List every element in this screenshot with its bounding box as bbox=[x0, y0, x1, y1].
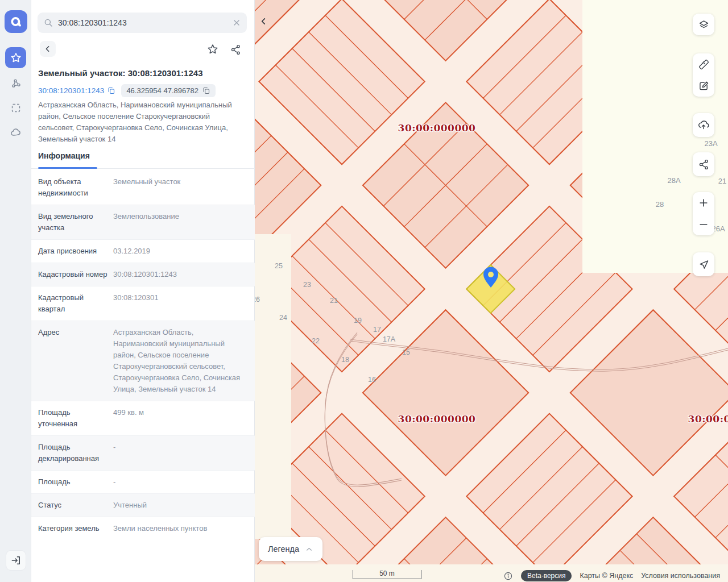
row-value: Землепользование bbox=[113, 211, 248, 234]
row-value: 30:08:120301:1243 bbox=[113, 269, 248, 280]
measure-button[interactable] bbox=[693, 53, 714, 75]
share-icon bbox=[698, 159, 710, 171]
row-label: Площадь уточненная bbox=[38, 407, 113, 430]
app-window: Земельный участок: 30:08:120301:1243 30:… bbox=[0, 0, 728, 582]
info-table: Вид объекта недвижимости Земельный участ… bbox=[31, 171, 255, 540]
scale-text: 50 m bbox=[379, 569, 395, 577]
page-title: Земельный участок: 30:08:120301:1243 bbox=[38, 68, 249, 78]
locate-button[interactable] bbox=[693, 252, 714, 276]
row-value: Учтенный bbox=[113, 500, 248, 511]
plus-icon bbox=[698, 197, 709, 209]
row-value: 03.12.2019 bbox=[113, 246, 248, 257]
navigate-arrow-icon bbox=[698, 259, 710, 271]
tab-bar: Информация bbox=[31, 149, 255, 169]
layers-control bbox=[693, 14, 714, 35]
tab-information[interactable]: Информация bbox=[38, 151, 90, 167]
logo-a-icon bbox=[9, 14, 23, 29]
table-row: Кадастровый квартал 30:08:120301 bbox=[31, 286, 255, 321]
object-info-panel: Земельный участок: 30:08:120301:1243 30:… bbox=[31, 0, 255, 582]
search-icon bbox=[43, 18, 53, 28]
locate-control bbox=[693, 252, 714, 276]
row-label: Дата присвоения bbox=[38, 246, 113, 257]
cloud-icon bbox=[10, 126, 22, 139]
share-control bbox=[693, 152, 714, 176]
table-row: Кадастровый номер 30:08:120301:1243 bbox=[31, 263, 255, 286]
table-row: Площадь уточненная 499 кв. м bbox=[31, 401, 255, 435]
row-label: Площадь bbox=[38, 476, 113, 488]
row-value: 30:08:120301 bbox=[113, 292, 248, 315]
layers-button[interactable] bbox=[693, 14, 714, 35]
row-label: Вид земельного участка bbox=[38, 211, 113, 234]
cadastral-number-link[interactable]: 30:08:120301:1243 bbox=[38, 86, 115, 95]
table-row: Площадь - bbox=[31, 470, 255, 493]
map-scale-bar: 50 m bbox=[353, 570, 421, 579]
sidebar-item-select-area[interactable] bbox=[5, 97, 26, 118]
edit-button[interactable] bbox=[693, 75, 714, 97]
exit-icon bbox=[10, 555, 22, 566]
object-address: Астраханская Область, Наримановский муни… bbox=[38, 99, 246, 145]
cadastral-map bbox=[255, 0, 728, 582]
row-label: Вид объекта недвижимости bbox=[38, 176, 113, 199]
row-value: Астраханская Область, Наримановский муни… bbox=[113, 327, 248, 395]
star-icon bbox=[10, 52, 22, 64]
cadastral-number-text: 30:08:120301:1243 bbox=[38, 86, 104, 95]
row-value: Земельный участок bbox=[113, 176, 248, 199]
table-row: Вид объекта недвижимости Земельный участ… bbox=[31, 171, 255, 205]
id-row: 30:08:120301:1243 46.325954 47.896782 bbox=[38, 84, 249, 97]
table-row: Адрес Астраханская Область, Наримановски… bbox=[31, 321, 255, 401]
row-label: Кадастровый номер bbox=[38, 269, 113, 280]
table-row: Вид земельного участка Землепользование bbox=[31, 205, 255, 239]
sidebar-item-cloud[interactable] bbox=[5, 122, 26, 143]
sidebar-item-polygon-tool[interactable] bbox=[5, 73, 26, 94]
beta-badge: Beta-версия bbox=[521, 570, 572, 581]
row-value: Земли населенных пунктов bbox=[113, 523, 248, 534]
legend-button[interactable]: Легенда bbox=[259, 537, 322, 561]
row-value: 499 кв. м bbox=[113, 407, 248, 430]
logout-button[interactable] bbox=[6, 550, 26, 571]
app-logo[interactable] bbox=[5, 10, 27, 33]
zoom-in-button[interactable] bbox=[693, 192, 714, 214]
chevron-left-icon bbox=[259, 16, 268, 26]
upload-button[interactable] bbox=[693, 113, 714, 137]
back-button[interactable] bbox=[40, 41, 56, 57]
app-rail bbox=[0, 0, 31, 582]
row-label: Адрес bbox=[38, 327, 113, 395]
upload-control bbox=[693, 113, 714, 137]
row-label: Кадастровый квартал bbox=[38, 292, 113, 315]
search-bar[interactable] bbox=[38, 13, 247, 33]
map-attribution: Beta-версия Карты © Яндекс Условия испол… bbox=[503, 569, 720, 582]
copy-icon[interactable] bbox=[202, 86, 210, 95]
zoom-control bbox=[693, 192, 714, 235]
clear-search-icon[interactable] bbox=[232, 18, 241, 27]
selection-square-icon bbox=[10, 102, 22, 114]
edit-icon bbox=[698, 80, 710, 92]
share-icon bbox=[230, 44, 242, 56]
map-canvas[interactable]: 30:00:00000030:00:00000030:00:0000002523… bbox=[255, 0, 728, 582]
share-button[interactable] bbox=[229, 43, 242, 56]
cloud-upload-icon bbox=[697, 119, 710, 131]
coordinates-text: 46.325954 47.896782 bbox=[126, 86, 198, 95]
star-icon bbox=[206, 43, 219, 56]
zoom-out-button[interactable] bbox=[693, 214, 714, 235]
table-row: Категория земель Земли населенных пункто… bbox=[31, 517, 255, 540]
table-row: Статус Учтенный bbox=[31, 493, 255, 517]
collapse-panel-button[interactable] bbox=[256, 14, 271, 28]
coordinates-chip[interactable]: 46.325954 47.896782 bbox=[121, 84, 216, 97]
row-label: Площадь декларированная bbox=[38, 442, 113, 464]
ruler-icon bbox=[698, 59, 710, 70]
polygon-nodes-icon bbox=[10, 77, 22, 90]
panel-header bbox=[38, 41, 247, 59]
sidebar-item-favorites[interactable] bbox=[5, 47, 26, 68]
search-input[interactable] bbox=[58, 18, 228, 27]
favorite-button[interactable] bbox=[206, 43, 220, 56]
tab-underline bbox=[38, 167, 97, 169]
map-share-button[interactable] bbox=[693, 152, 714, 176]
row-label: Статус bbox=[38, 500, 113, 511]
chevron-up-icon bbox=[305, 545, 313, 554]
terms-of-use-link[interactable]: Условия использования bbox=[641, 572, 720, 580]
legend-label: Легенда bbox=[268, 544, 299, 554]
table-row: Дата присвоения 03.12.2019 bbox=[31, 239, 255, 263]
info-icon[interactable] bbox=[503, 571, 513, 581]
copy-icon[interactable] bbox=[107, 86, 115, 95]
row-value: - bbox=[113, 442, 248, 464]
